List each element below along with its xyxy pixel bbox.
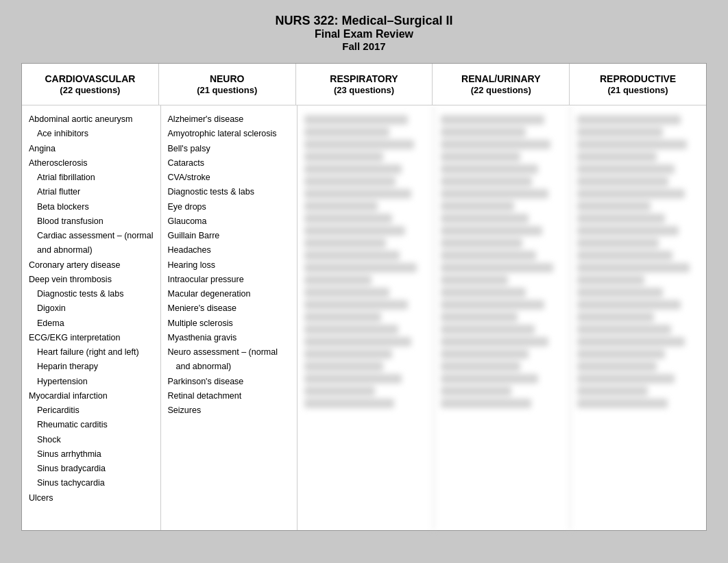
list-item: Parkinson's disease bbox=[168, 375, 290, 389]
blurred-line bbox=[304, 349, 392, 359]
main-table: CARDIOVASCULAR(22 questions)NEURO(21 que… bbox=[21, 63, 707, 531]
blurred-line bbox=[304, 115, 408, 125]
blurred-line bbox=[304, 300, 408, 310]
blurred-line bbox=[577, 201, 651, 211]
blurred-line bbox=[441, 399, 531, 408]
blurred-line bbox=[304, 325, 398, 334]
blurred-line bbox=[441, 152, 520, 162]
blurred-line bbox=[577, 127, 663, 137]
list-item: Diagnostic tests & labs bbox=[168, 185, 290, 199]
list-item: Cataracts bbox=[168, 156, 290, 171]
blurred-line bbox=[304, 251, 400, 260]
blurred-line bbox=[304, 164, 402, 174]
list-item: Eye drops bbox=[168, 200, 290, 214]
blurred-line bbox=[304, 238, 386, 248]
list-item: Multiple sclerosis bbox=[168, 316, 290, 331]
list-item: Atrial fibrillation bbox=[29, 171, 154, 185]
blurred-line bbox=[577, 152, 657, 162]
list-item: Atrial flutter bbox=[29, 185, 154, 199]
blurred-line bbox=[577, 349, 665, 359]
blurred-line bbox=[577, 312, 654, 322]
col-body-3 bbox=[434, 105, 570, 530]
list-item: Hypertension bbox=[29, 375, 154, 389]
col-body-0: Abdominal aortic aneurysmAce inhibitorsA… bbox=[22, 105, 161, 530]
blurred-line bbox=[441, 300, 544, 310]
blurred-line bbox=[304, 275, 372, 285]
blurred-line bbox=[441, 189, 548, 199]
list-item: Myocardial infarction bbox=[29, 389, 154, 403]
blurred-line bbox=[577, 374, 675, 384]
blurred-line bbox=[304, 152, 384, 162]
col-header-0: CARDIOVASCULAR(22 questions) bbox=[22, 64, 159, 105]
blurred-line bbox=[441, 251, 536, 260]
list-item: Myasthenia gravis bbox=[168, 331, 290, 345]
list-item: Shock bbox=[29, 433, 154, 447]
blurred-line bbox=[441, 115, 544, 125]
col-header-name-0: CARDIOVASCULAR bbox=[45, 73, 135, 84]
column-headers-row: CARDIOVASCULAR(22 questions)NEURO(21 que… bbox=[22, 64, 706, 105]
col-header-questions-2: (23 questions) bbox=[334, 85, 394, 95]
list-item: Diagnostic tests & labs bbox=[29, 287, 154, 301]
blurred-line bbox=[577, 337, 685, 347]
blurred-line bbox=[577, 386, 648, 396]
col-header-name-1: NEURO bbox=[210, 73, 245, 84]
blurred-line bbox=[441, 214, 529, 223]
blurred-line bbox=[577, 238, 659, 248]
columns-body: Abdominal aortic aneurysmAce inhibitorsA… bbox=[22, 105, 706, 530]
blurred-line bbox=[441, 349, 529, 359]
page-header: NURS 322: Medical–Surgical II Final Exam… bbox=[275, 14, 452, 52]
list-item: ECG/EKG interpretation bbox=[29, 331, 154, 345]
blurred-line bbox=[441, 362, 520, 371]
blurred-line bbox=[304, 127, 390, 137]
blurred-line bbox=[441, 312, 518, 322]
blurred-line bbox=[577, 214, 665, 223]
list-item: Macular degeneration bbox=[168, 287, 290, 301]
blurred-line bbox=[304, 177, 396, 186]
list-item: Beta blockers bbox=[29, 200, 154, 214]
blurred-line bbox=[577, 140, 687, 149]
list-item: Coronary artery disease bbox=[29, 258, 154, 273]
blurred-line bbox=[441, 127, 526, 137]
list-item: Guillain Barre bbox=[168, 229, 290, 243]
col-body-2 bbox=[298, 105, 434, 530]
blurred-line bbox=[304, 288, 390, 297]
list-item: Edema bbox=[29, 316, 154, 331]
col-body-4 bbox=[570, 105, 706, 530]
col-header-questions-1: (21 questions) bbox=[197, 85, 257, 95]
list-item: Pericarditis bbox=[29, 403, 154, 418]
blurred-line bbox=[441, 177, 533, 186]
blurred-line bbox=[304, 399, 395, 408]
list-item: Deep vein thrombosis bbox=[29, 273, 154, 287]
col-header-2: RESPIRATORY(23 questions) bbox=[296, 64, 433, 105]
blurred-line bbox=[441, 337, 548, 347]
col-header-1: NEURO(21 questions) bbox=[159, 64, 296, 105]
term-label: Fall 2017 bbox=[275, 40, 452, 52]
col-header-questions-0: (22 questions) bbox=[60, 85, 120, 95]
col-body-1: Alzheimer's diseaseAmyotrophic lateral s… bbox=[161, 105, 298, 530]
blurred-line bbox=[577, 164, 675, 174]
list-item: Sinus tachycardia bbox=[29, 476, 154, 490]
list-item: Headaches bbox=[168, 243, 290, 258]
list-item: Blood transfusion bbox=[29, 214, 154, 229]
blurred-line bbox=[441, 164, 539, 174]
blurred-line bbox=[577, 300, 681, 310]
list-item: Meniere's disease bbox=[168, 301, 290, 316]
col-header-questions-3: (22 questions) bbox=[471, 85, 531, 95]
col-header-name-4: REPRODUCTIVE bbox=[600, 73, 676, 84]
blurred-line bbox=[577, 226, 679, 236]
blurred-line bbox=[577, 362, 657, 371]
blurred-line bbox=[304, 374, 402, 384]
list-item: CVA/stroke bbox=[168, 171, 290, 185]
blurred-line bbox=[441, 238, 522, 248]
list-item: Intraocular pressure bbox=[168, 273, 290, 287]
blurred-line bbox=[441, 374, 539, 384]
list-item: Angina bbox=[29, 142, 154, 156]
list-item: Amyotrophic lateral sclerosis bbox=[168, 127, 290, 141]
col-header-4: REPRODUCTIVE(21 questions) bbox=[570, 64, 706, 105]
blurred-line bbox=[577, 325, 671, 334]
blurred-line bbox=[577, 177, 669, 186]
blurred-line bbox=[577, 399, 668, 408]
list-item: Bell's palsy bbox=[168, 142, 290, 156]
blurred-line bbox=[304, 201, 378, 211]
blurred-line bbox=[304, 312, 381, 322]
